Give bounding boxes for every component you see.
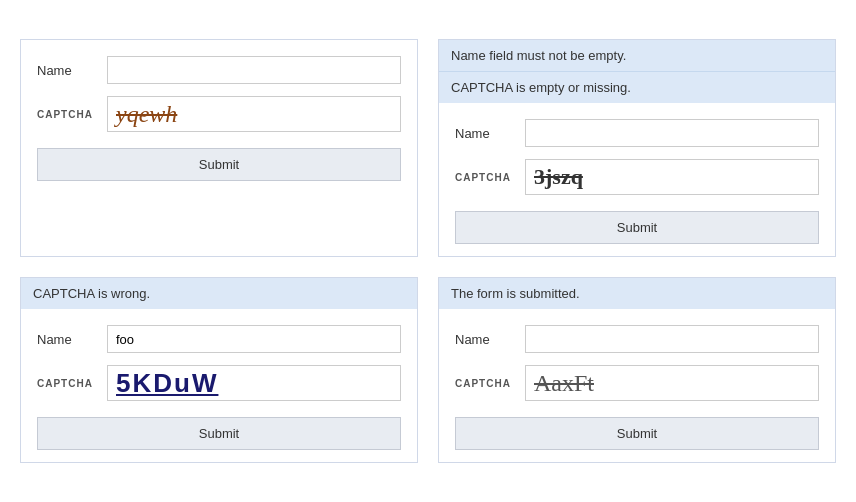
alert-2-1: CAPTCHA is empty or missing. (439, 71, 835, 103)
name-row-3: Name (37, 325, 401, 353)
captcha-row-2: CAPTCHA 3jszq (455, 159, 819, 195)
captcha-text-3: 5KDuW (116, 368, 218, 399)
captcha-label-text-1: CAPTCHA (37, 109, 107, 120)
captcha-label-4: CAPTCHA (455, 378, 525, 389)
captcha-label-3: CAPTCHA (37, 378, 107, 389)
name-row-1: Name (37, 56, 401, 84)
form-body-3: Name CAPTCHA 5KDuW Submit (21, 309, 417, 462)
name-row-2: Name (455, 119, 819, 147)
name-input-1[interactable] (107, 56, 401, 84)
captcha-row-3: CAPTCHA 5KDuW (37, 365, 401, 401)
alert-4-0: The form is submitted. (439, 278, 835, 309)
alert-2-0: Name field must not be empty. (439, 40, 835, 71)
main-grid: Name CAPTCHA yqewh Submit Name field mus… (20, 39, 836, 463)
captcha-display-3: 5KDuW (107, 365, 401, 401)
captcha-label-text-3: CAPTCHA (37, 378, 107, 389)
form-panel-4: The form is submitted. Name CAPTCHA AaxF… (438, 277, 836, 463)
form-body-4: Name CAPTCHA AaxFt Submit (439, 309, 835, 462)
form-body-2: Name CAPTCHA 3jszq Submit (439, 103, 835, 256)
alert-3-0: CAPTCHA is wrong. (21, 278, 417, 309)
captcha-label-1: CAPTCHA (37, 109, 107, 120)
name-row-4: Name (455, 325, 819, 353)
submit-button-1[interactable]: Submit (37, 148, 401, 181)
captcha-display-4: AaxFt (525, 365, 819, 401)
captcha-text-4: AaxFt (534, 370, 594, 397)
captcha-row-1: CAPTCHA yqewh (37, 96, 401, 132)
submit-button-3[interactable]: Submit (37, 417, 401, 450)
form-panel-2: Name field must not be empty. CAPTCHA is… (438, 39, 836, 257)
form-panel-3: CAPTCHA is wrong. Name CAPTCHA 5KDuW Sub… (20, 277, 418, 463)
name-label-2: Name (455, 126, 525, 141)
form-body-1: Name CAPTCHA yqewh Submit (21, 40, 417, 193)
captcha-label-text-2: CAPTCHA (455, 172, 525, 183)
form-panel-1: Name CAPTCHA yqewh Submit (20, 39, 418, 257)
captcha-text-1: yqewh (116, 101, 177, 128)
captcha-label-text-4: CAPTCHA (455, 378, 525, 389)
name-label-1: Name (37, 63, 107, 78)
captcha-label-2: CAPTCHA (455, 172, 525, 183)
name-input-4[interactable] (525, 325, 819, 353)
name-label-3: Name (37, 332, 107, 347)
name-input-2[interactable] (525, 119, 819, 147)
captcha-display-1: yqewh (107, 96, 401, 132)
submit-button-2[interactable]: Submit (455, 211, 819, 244)
name-input-3[interactable] (107, 325, 401, 353)
captcha-display-2: 3jszq (525, 159, 819, 195)
captcha-text-2: 3jszq (534, 164, 583, 190)
captcha-row-4: CAPTCHA AaxFt (455, 365, 819, 401)
name-label-4: Name (455, 332, 525, 347)
submit-button-4[interactable]: Submit (455, 417, 819, 450)
